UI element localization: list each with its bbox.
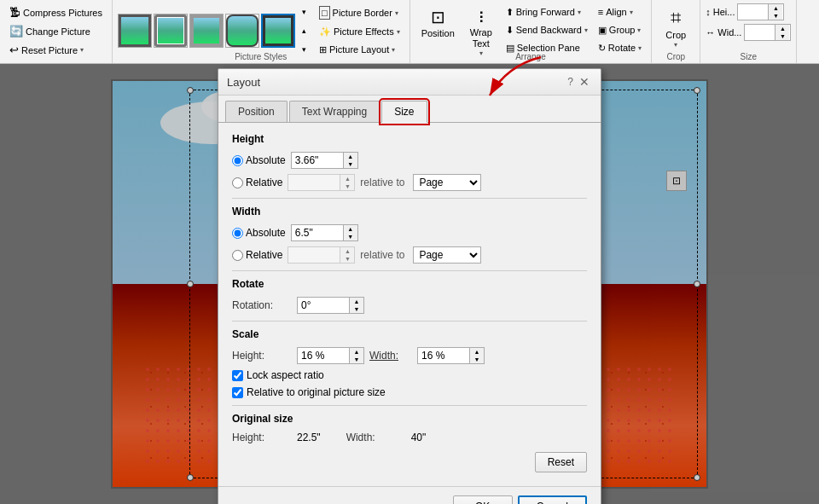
size-group-label: Size (700, 52, 796, 61)
sw-up[interactable]: ▲ (470, 348, 484, 356)
picture-effects-button[interactable]: ✨ Picture Effects ▾ (315, 23, 404, 40)
rotation-input[interactable] (298, 298, 349, 313)
width-relative-to-label: relative to (360, 249, 404, 261)
bring-forward-button[interactable]: ⬆ Bring Forward ▾ (502, 3, 592, 20)
height-relative-spinner[interactable]: ▲ ▼ (288, 174, 355, 191)
width-relative-spinner[interactable]: ▲ ▼ (288, 246, 355, 264)
width-abs-up[interactable]: ▲ (344, 225, 357, 233)
position-button[interactable]: ⊡ Position (415, 3, 461, 42)
wr-up[interactable]: ▲ (340, 247, 354, 255)
width-absolute-radio[interactable] (232, 228, 243, 239)
style-thumbnails (118, 14, 295, 48)
sh-up[interactable]: ▲ (350, 348, 363, 356)
height-relative-input[interactable] (288, 175, 340, 190)
send-backward-button[interactable]: ⬇ Send Backward ▾ (502, 21, 592, 38)
scale-row: Height: ▲ ▼ Width: ▲ ▼ (232, 347, 587, 364)
help-button[interactable]: ? (567, 76, 573, 88)
width-absolute-spinner[interactable]: ▲ ▼ (291, 224, 358, 241)
dialog-titlebar: Layout ? ✕ (218, 69, 601, 96)
lock-aspect-checkbox[interactable] (232, 370, 243, 381)
width-relative-input[interactable] (288, 247, 340, 263)
style-thumb-4[interactable] (225, 14, 259, 48)
height-spinner[interactable]: ▲ ▼ (737, 3, 784, 20)
width-relative-to-select[interactable]: Page (413, 246, 481, 264)
change-picture-button[interactable]: 🔄 Change Picture (5, 22, 107, 40)
height-abs-up[interactable]: ▲ (344, 153, 357, 160)
height-absolute-spinner[interactable]: ▲ ▼ (291, 152, 358, 169)
height-relative-radio[interactable] (232, 177, 243, 188)
tab-position[interactable]: Position (225, 101, 288, 122)
height-absolute-input[interactable] (292, 153, 343, 168)
style-thumb-5[interactable] (261, 14, 295, 48)
width-absolute-input[interactable] (292, 225, 343, 240)
relative-original-label[interactable]: Relative to original picture size (232, 386, 386, 398)
cancel-button[interactable]: Cancel (518, 495, 587, 504)
reset-icon: ↩ (9, 43, 19, 56)
scale-width-input[interactable] (418, 348, 469, 363)
height-down[interactable]: ▼ (769, 12, 782, 20)
width-up[interactable]: ▲ (775, 25, 789, 32)
border-dropdown-icon: ▾ (395, 9, 398, 17)
crop-icon: ⌗ (671, 7, 681, 29)
scale-width-spinner[interactable]: ▲ ▼ (417, 347, 485, 364)
tab-text-wrapping[interactable]: Text Wrapping (289, 101, 380, 122)
hr-down[interactable]: ▼ (340, 182, 354, 190)
width-relative-radio[interactable] (232, 250, 243, 261)
style-thumb-1[interactable] (118, 14, 152, 48)
sw-down[interactable]: ▼ (470, 356, 484, 363)
height-relative-label[interactable]: Relative (232, 177, 282, 188)
rotation-spinner[interactable]: ▲ ▼ (297, 297, 364, 314)
compress-pictures-button[interactable]: 🗜 Compress Pictures (5, 3, 107, 21)
group-button[interactable]: ▣ Group ▾ (594, 21, 646, 38)
wr-down[interactable]: ▼ (340, 255, 354, 263)
sh-down[interactable]: ▼ (350, 356, 363, 363)
align-button[interactable]: ≡ Align ▾ (594, 3, 646, 20)
height-absolute-label[interactable]: Absolute (232, 154, 286, 166)
width-down[interactable]: ▼ (775, 32, 789, 40)
height-up[interactable]: ▲ (769, 4, 782, 12)
style-thumb-2[interactable] (154, 14, 188, 48)
effects-dropdown-icon: ▾ (397, 28, 400, 36)
rotate-section-title: Rotate (232, 270, 587, 290)
group-icon: ▣ (598, 25, 607, 36)
crop-group: ⌗ Crop ▾ Crop (652, 0, 700, 63)
styles-more-button[interactable]: ▾ (299, 3, 310, 20)
rot-down[interactable]: ▼ (350, 305, 363, 313)
scale-height-input[interactable] (298, 348, 349, 363)
reset-button[interactable]: Reset (535, 452, 587, 472)
relative-original-checkbox[interactable] (232, 387, 243, 398)
height-value-input[interactable] (738, 5, 768, 19)
lock-aspect-label[interactable]: Lock aspect ratio (232, 369, 324, 381)
styles-up-button[interactable]: ▴ (299, 22, 310, 39)
close-button[interactable]: ✕ (577, 74, 592, 90)
width-value-input[interactable] (745, 26, 775, 39)
crop-button[interactable]: ⌗ Crop ▾ (657, 3, 694, 52)
position-icon: ⊡ (431, 7, 445, 27)
crop-group-label: Crop (652, 52, 700, 61)
width-spinner[interactable]: ▲ ▼ (744, 24, 791, 41)
reset-row: Reset (232, 449, 587, 476)
scale-height-spinner[interactable]: ▲ ▼ (297, 347, 364, 364)
reset-picture-button[interactable]: ↩ Reset Picture ▾ (5, 41, 107, 59)
hr-up[interactable]: ▲ (340, 175, 354, 182)
ribbon: 🗜 Compress Pictures 🔄 Change Picture ↩ R… (0, 0, 819, 64)
width-absolute-label[interactable]: Absolute (232, 227, 286, 239)
picture-border-button[interactable]: □ Picture Border ▾ (315, 3, 404, 22)
width-abs-down[interactable]: ▼ (344, 233, 357, 240)
style-thumb-3[interactable] (189, 14, 224, 48)
picture-styles-label: Picture Styles (113, 52, 410, 61)
arrange-group-label: Arrange (410, 52, 652, 61)
height-abs-down[interactable]: ▼ (344, 160, 357, 168)
tab-size[interactable]: Size (381, 101, 427, 123)
height-relative-to-select[interactable]: Page (413, 174, 481, 191)
height-section-title: Height (232, 133, 587, 145)
rot-up[interactable]: ▲ (350, 298, 363, 305)
height-absolute-radio[interactable] (232, 155, 243, 166)
width-section-title: Width (232, 198, 587, 217)
height-relative-to-label: relative to (360, 177, 404, 188)
lock-aspect-row: Lock aspect ratio (232, 369, 587, 381)
dialog-overlay: Layout ? ✕ Position Text Wrapping Size (0, 64, 819, 504)
width-relative-label[interactable]: Relative (232, 249, 282, 261)
ok-button[interactable]: OK (453, 495, 513, 504)
original-size-row: Height: 22.5" Width: 40" (232, 432, 587, 443)
